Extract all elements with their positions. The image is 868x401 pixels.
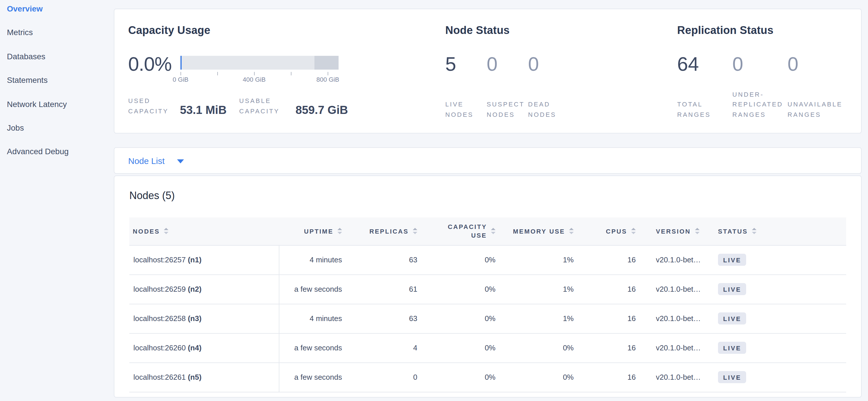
gauge-tick (181, 72, 181, 75)
column-header-status[interactable]: STATUS (710, 218, 846, 245)
cluster-overview-page: Overview Metrics Databases Statements Ne… (0, 0, 868, 401)
capacity-gauge-ticks (180, 69, 339, 75)
sort-icon[interactable] (491, 228, 496, 234)
under-replicated-ranges-stat: 0 UNDER-REPLICATED RANGES (732, 52, 787, 120)
column-header-nodes[interactable]: NODES (129, 218, 279, 245)
capacity-usage-title: Capacity Usage (128, 24, 445, 37)
status-badge: LIVE (718, 283, 746, 295)
sort-icon[interactable] (631, 228, 636, 234)
node-replicas: 0 (349, 363, 423, 392)
total-ranges-value: 64 (677, 52, 732, 75)
sidebar-item-statements[interactable]: Statements (0, 75, 114, 99)
node-version: v20.1.0-bet… (642, 363, 710, 392)
node-address: localhost:26261 (133, 373, 186, 381)
column-header-label: UPTIME (304, 228, 333, 235)
replication-status-section: Replication Status 64 TOTAL RANGES 0 UND… (677, 24, 847, 124)
node-capacity-use: 0% (423, 333, 503, 363)
sort-icon[interactable] (337, 228, 342, 234)
node-uptime: 4 minutes (279, 245, 349, 275)
node-list-dropdown[interactable]: Node List (128, 155, 184, 165)
under-replicated-ranges-label: UNDER-REPLICATED RANGES (732, 89, 783, 120)
sort-icon[interactable] (752, 228, 756, 234)
chevron-down-icon (177, 160, 184, 163)
replication-status-title: Replication Status (677, 24, 847, 37)
total-ranges-label: TOTAL RANGES (677, 99, 718, 120)
node-status-stats: 5 LIVE NODES 0 SUSPECT NODES 0 DEAD NODE… (445, 52, 677, 120)
column-header-label: REPLICAS (369, 228, 409, 235)
status-badge: LIVE (718, 254, 746, 266)
usable-capacity-value: 859.7 GiB (296, 104, 348, 116)
node-uptime: a few seconds (279, 275, 349, 304)
node-address: localhost:26257 (133, 255, 186, 264)
dead-nodes-value: 0 (528, 52, 564, 75)
column-header-capacity-use[interactable]: CAPACITY USE (423, 218, 503, 245)
node-version: v20.1.0-bet… (642, 245, 710, 275)
used-capacity-value: 53.1 MiB (180, 104, 226, 116)
sort-icon[interactable] (413, 228, 417, 234)
table-row-node-5[interactable]: localhost:26261 (n5) a few seconds 0 0% … (129, 363, 846, 392)
sidebar: Overview Metrics Databases Statements Ne… (0, 0, 114, 401)
total-ranges-stat: 64 TOTAL RANGES (677, 52, 732, 120)
capacity-gauge-axis: 0 GiB 400 GiB 800 GiB (180, 76, 339, 84)
sort-icon[interactable] (164, 228, 168, 234)
node-cpus: 16 (579, 304, 642, 333)
column-header-version[interactable]: VERSION (642, 218, 710, 245)
node-uptime: a few seconds (279, 333, 349, 363)
nodes-table-header-row: NODES UPTIME REPLICAS CAPACITY USE (129, 218, 846, 245)
column-header-cpus[interactable]: CPUS (579, 218, 642, 245)
table-row-node-4[interactable]: localhost:26260 (n4) a few seconds 4 0% … (129, 333, 846, 363)
node-memory-use: 0% (503, 363, 579, 392)
node-version: v20.1.0-bet… (642, 304, 710, 333)
gauge-axis-label: 400 GiB (243, 76, 266, 83)
live-nodes-stat: 5 LIVE NODES (445, 52, 487, 120)
capacity-gauge-bar (180, 56, 339, 69)
sidebar-item-network-latency[interactable]: Network Latency (0, 99, 114, 123)
table-row-node-1[interactable]: localhost:26257 (n1) 4 minutes 63 0% 1% … (129, 245, 846, 275)
main-content: Capacity Usage 0.0% (114, 0, 862, 397)
table-row-node-3[interactable]: localhost:26258 (n3) 4 minutes 63 0% 1% … (129, 304, 846, 333)
node-version: v20.1.0-bet… (642, 275, 710, 304)
capacity-gauge: 0 GiB 400 GiB 800 GiB (180, 56, 339, 84)
gauge-axis-label: 0 GiB (173, 76, 189, 83)
capacity-percent-value: 0.0% (128, 52, 173, 75)
node-uptime: 4 minutes (279, 304, 349, 333)
node-replicas: 63 (349, 304, 423, 333)
node-id: (n2) (188, 285, 202, 293)
column-header-replicas[interactable]: REPLICAS (349, 218, 423, 245)
sidebar-item-jobs[interactable]: Jobs (0, 123, 114, 147)
sidebar-item-advanced-debug[interactable]: Advanced Debug (0, 147, 114, 171)
sort-icon[interactable] (569, 228, 574, 234)
node-capacity-use: 0% (423, 275, 503, 304)
column-header-label: CAPACITY USE (448, 223, 487, 240)
node-replicas: 61 (349, 275, 423, 304)
gauge-axis-label: 800 GiB (316, 76, 339, 83)
unavailable-ranges-value: 0 (787, 52, 847, 75)
nodes-table-card: Nodes (5) NODES UPTIME (114, 175, 862, 397)
node-capacity-use: 0% (423, 304, 503, 333)
suspect-nodes-label: SUSPECT NODES (487, 99, 525, 120)
sidebar-item-databases[interactable]: Databases (0, 52, 114, 76)
column-header-memory-use[interactable]: MEMORY USE (503, 218, 579, 245)
column-header-uptime[interactable]: UPTIME (279, 218, 349, 245)
column-header-label: MEMORY USE (513, 228, 565, 235)
column-header-label: VERSION (656, 228, 691, 235)
sidebar-item-metrics[interactable]: Metrics (0, 28, 114, 52)
node-address: localhost:26259 (133, 285, 186, 293)
nodes-section-heading: Nodes (5) (129, 189, 846, 202)
table-row-node-2[interactable]: localhost:26259 (n2) a few seconds 61 0%… (129, 275, 846, 304)
capacity-gauge-row: 0.0% (128, 52, 445, 86)
under-replicated-ranges-value: 0 (732, 52, 787, 75)
status-badge: LIVE (718, 312, 746, 324)
node-id: (n1) (188, 255, 202, 264)
live-nodes-label: LIVE NODES (445, 99, 481, 120)
node-id: (n5) (188, 373, 202, 381)
nodes-table: NODES UPTIME REPLICAS CAPACITY USE (129, 218, 846, 392)
node-id: (n3) (188, 314, 202, 323)
usable-capacity-label: USABLE CAPACITY (239, 96, 290, 116)
node-replicas: 63 (349, 245, 423, 275)
sidebar-item-overview[interactable]: Overview (0, 4, 114, 28)
node-id: (n4) (188, 343, 202, 352)
suspect-nodes-value: 0 (487, 52, 528, 75)
sort-icon[interactable] (695, 228, 699, 234)
node-list-dropdown-label: Node List (128, 155, 165, 165)
